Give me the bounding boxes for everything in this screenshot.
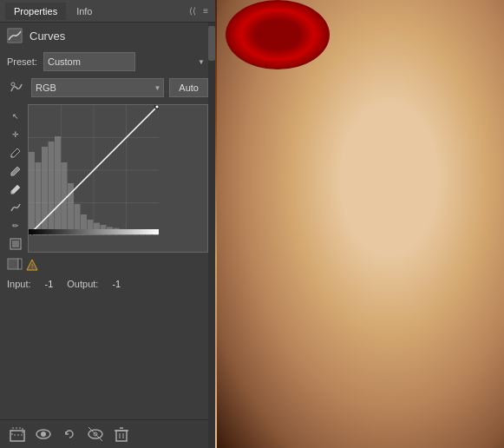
preset-select[interactable]: Custom Default Strong Contrast Medium Co…: [43, 52, 135, 71]
scrollbar-thumb[interactable]: [208, 26, 215, 61]
eyedropper-white-tool[interactable]: [7, 181, 24, 198]
panel-tab-bar: Properties Info ⟨⟨ ≡: [0, 0, 215, 23]
pencil-curve-tool[interactable]: ✏: [7, 217, 24, 234]
panel-title: Curves: [29, 30, 65, 43]
curve-tool-button[interactable]: [7, 78, 26, 97]
warning-icon: !: [26, 259, 38, 273]
svg-rect-9: [18, 259, 22, 269]
visibility-button[interactable]: [33, 424, 54, 445]
output-value: -1: [112, 279, 121, 289]
svg-point-3: [11, 156, 13, 158]
collapse-button[interactable]: ⟨⟨: [187, 4, 198, 17]
eyedropper-gray-tool[interactable]: [7, 162, 24, 180]
channel-select-wrapper: RGB Red Green Blue: [31, 78, 164, 97]
reset-button[interactable]: [59, 424, 80, 445]
mask-icon: [7, 258, 23, 273]
tab-properties[interactable]: Properties: [5, 3, 66, 20]
tab-info[interactable]: Info: [68, 3, 101, 20]
svg-point-2: [11, 82, 15, 86]
add-point-tool[interactable]: ✛: [7, 126, 24, 143]
preset-select-wrapper: Custom Default Strong Contrast Medium Co…: [43, 52, 208, 71]
auto-button[interactable]: Auto: [169, 78, 208, 97]
panel-controls: ⟨⟨ ≡: [187, 4, 210, 17]
delete-button[interactable]: [111, 424, 132, 445]
svg-point-4: [11, 175, 13, 176]
svg-rect-8: [8, 259, 18, 269]
tab-group: Properties Info: [5, 3, 101, 20]
eyedropper-black-tool[interactable]: [7, 144, 24, 161]
svg-rect-7: [12, 240, 19, 247]
svg-point-14: [41, 432, 46, 437]
tools-left: ↖ ✛: [7, 104, 24, 253]
preset-row: Preset: Custom Default Strong Contrast M…: [0, 49, 215, 75]
properties-panel: Properties Info ⟨⟨ ≡ Curves Preset: Cust…: [0, 0, 215, 448]
curves-container: ↖ ✛: [7, 104, 208, 253]
channel-select[interactable]: RGB Red Green Blue: [31, 78, 164, 97]
input-value: -1: [45, 279, 54, 289]
channel-row: RGB Red Green Blue Auto: [0, 75, 215, 101]
panel-header: Curves: [0, 23, 215, 49]
mask-tool[interactable]: [7, 235, 24, 253]
clip-to-layer-button[interactable]: [7, 424, 28, 445]
pointer-tool[interactable]: ↖: [7, 108, 24, 125]
bottom-toolbar: [0, 419, 215, 448]
io-row: Input: -1 Output: -1: [0, 275, 215, 293]
curves-icon: [7, 28, 23, 43]
panel-menu-button[interactable]: ≡: [201, 4, 210, 17]
input-label: Input:: [7, 279, 31, 289]
photo-red-accent: [226, 0, 330, 69]
smooth-curve-tool[interactable]: [7, 199, 24, 216]
view-previous-button[interactable]: [85, 424, 106, 445]
warning-row: !: [0, 256, 215, 275]
svg-text:!: !: [31, 262, 33, 270]
output-label: Output:: [67, 279, 98, 289]
spacer: [0, 293, 215, 419]
scrollbar[interactable]: [208, 23, 215, 448]
svg-point-5: [11, 193, 13, 194]
curves-graph[interactable]: [28, 104, 208, 253]
svg-rect-18: [116, 431, 127, 441]
svg-rect-12: [12, 428, 23, 435]
preset-label: Preset:: [7, 56, 38, 67]
